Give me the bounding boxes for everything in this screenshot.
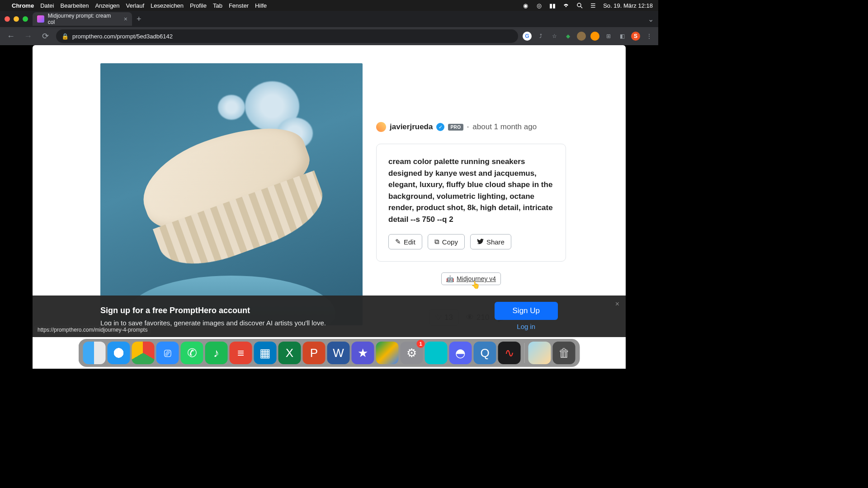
profile-avatar[interactable]: S — [631, 32, 640, 41]
menu-hilfe[interactable]: Hilfe — [255, 2, 267, 9]
robot-icon: 🤖 — [446, 275, 454, 282]
tab-favicon — [37, 15, 44, 23]
share-button[interactable]: Share — [470, 234, 511, 249]
dock-safari[interactable] — [108, 342, 130, 364]
sidepanel-icon[interactable]: ◧ — [618, 32, 627, 41]
dock-spotify[interactable]: ♪ — [205, 342, 228, 364]
wifi-icon[interactable] — [562, 2, 570, 9]
menu-tab[interactable]: Tab — [213, 2, 222, 9]
record-icon[interactable]: ◉ — [522, 2, 529, 9]
window-close-button[interactable] — [5, 16, 10, 22]
dock-separator — [524, 343, 525, 363]
back-button[interactable]: ← — [5, 30, 17, 42]
prompt-actions: ✎ Edit ⧉ Copy Share — [388, 234, 554, 249]
extension-2-icon[interactable] — [577, 32, 586, 41]
menubar-app-name[interactable]: Chrome — [12, 2, 34, 9]
share-label: Share — [486, 238, 505, 246]
dock-powerpoint[interactable]: P — [303, 342, 326, 364]
url-text: prompthero.com/prompt/5ed3adb6142 — [72, 33, 173, 40]
menu-fenster[interactable]: Fenster — [229, 2, 249, 9]
svg-line-1 — [580, 6, 582, 8]
lock-icon: 🔒 — [61, 33, 69, 40]
menu-profile[interactable]: Profile — [190, 2, 207, 9]
model-row: 🤖 Midjourney v4 👆 — [376, 272, 566, 285]
banner-title: Sign up for a free PromptHero account — [100, 306, 326, 315]
dock-preview[interactable] — [528, 342, 551, 364]
google-icon[interactable]: G — [523, 32, 532, 41]
author-avatar[interactable] — [376, 122, 386, 132]
signup-button[interactable]: Sign Up — [495, 302, 558, 320]
spotlight-icon[interactable] — [576, 2, 583, 9]
banner-close-icon[interactable]: × — [615, 300, 619, 308]
verified-icon: ✓ — [436, 123, 444, 131]
dock-app-teal[interactable] — [425, 342, 448, 364]
dock-settings[interactable]: ⚙1 — [401, 342, 423, 364]
copy-label: Copy — [442, 238, 458, 246]
menubar-datetime[interactable]: So. 19. März 12:18 — [603, 2, 653, 9]
author-row: javierjrueda ✓ PRO · about 1 month ago — [376, 122, 566, 132]
dock-zoom[interactable]: ⎚ — [156, 342, 179, 364]
menu-verlauf[interactable]: Verlauf — [126, 2, 144, 9]
login-link[interactable]: Log in — [517, 323, 535, 330]
dock-word[interactable]: W — [327, 342, 350, 364]
prompt-image[interactable] — [100, 63, 363, 325]
dock-excel[interactable]: X — [278, 342, 301, 364]
dock-todoist[interactable]: ≡ — [230, 342, 252, 364]
screen-record-icon[interactable]: ◎ — [535, 2, 542, 9]
dock-imovie[interactable]: ★ — [352, 342, 374, 364]
extension-shield-icon[interactable]: ◆ — [563, 32, 572, 41]
menu-bearbeiten[interactable]: Bearbeiten — [60, 2, 89, 9]
cloud-shape — [218, 95, 245, 120]
dock-chrome[interactable] — [132, 342, 155, 364]
extensions-puzzle-icon[interactable]: ⊞ — [604, 32, 613, 41]
copy-icon: ⧉ — [434, 238, 439, 246]
menu-anzeigen[interactable]: Anzeigen — [95, 2, 119, 9]
tab-title: Midjourney prompt: cream col — [48, 13, 118, 25]
dock-trash[interactable]: 🗑 — [553, 342, 576, 364]
forward-button[interactable]: → — [22, 30, 34, 42]
chrome-toolbar: ← → ⟳ 🔒 prompthero.com/prompt/5ed3adb614… — [0, 27, 658, 45]
tab-close-icon[interactable]: × — [124, 15, 127, 23]
tab-overflow-icon[interactable]: ⌄ — [648, 15, 654, 23]
twitter-icon — [477, 238, 484, 246]
author-name[interactable]: javierjrueda — [390, 122, 433, 131]
dock-quicktime[interactable]: Q — [474, 342, 496, 364]
control-center-icon[interactable]: ☰ — [590, 2, 597, 9]
menu-lesezeichen[interactable]: Lesezeichen — [151, 2, 184, 9]
dock-drive[interactable] — [376, 342, 399, 364]
macos-dock: ⎚ ✆ ♪ ≡ ▦ X P W ★ ⚙1 ◓ Q ∿ 🗑 — [79, 339, 580, 367]
copy-button[interactable]: ⧉ Copy — [428, 234, 465, 249]
prompt-card: cream color palette running sneakers des… — [376, 144, 566, 262]
browser-tab[interactable]: Midjourney prompt: cream col × — [33, 12, 132, 26]
chrome-tab-strip: Midjourney prompt: cream col × + ⌄ — [0, 11, 658, 27]
pencil-icon: ✎ — [395, 238, 401, 246]
cursor-icon: 👆 — [471, 281, 480, 289]
separator: · — [467, 122, 469, 131]
login-label: Log in — [517, 323, 535, 330]
address-bar[interactable]: 🔒 prompthero.com/prompt/5ed3adb6142 — [56, 29, 518, 43]
settings-badge: 1 — [417, 340, 425, 348]
new-tab-button[interactable]: + — [137, 14, 142, 24]
share-icon[interactable]: ⤴ — [536, 32, 545, 41]
chrome-menu-icon[interactable]: ⋮ — [645, 32, 654, 41]
edit-label: Edit — [404, 238, 415, 246]
hover-status-link: https://prompthero.com/midjourney-4-prom… — [34, 325, 151, 334]
dock-voicememos[interactable]: ∿ — [498, 342, 521, 364]
signup-label: Sign Up — [513, 306, 540, 315]
window-maximize-button[interactable] — [23, 16, 28, 22]
edit-button[interactable]: ✎ Edit — [388, 234, 422, 249]
dock-discord[interactable]: ◓ — [449, 342, 472, 364]
dock-whatsapp[interactable]: ✆ — [181, 342, 203, 364]
viewport: javierjrueda ✓ PRO · about 1 month ago c… — [0, 45, 658, 369]
battery-icon[interactable]: ▮▮ — [549, 2, 556, 9]
pro-badge: PRO — [448, 124, 463, 131]
reload-button[interactable]: ⟳ — [39, 30, 52, 42]
menu-datei[interactable]: Datei — [40, 2, 54, 9]
window-minimize-button[interactable] — [14, 16, 19, 22]
macos-menubar: Chrome Datei Bearbeiten Anzeigen Verlauf… — [0, 0, 658, 11]
dock-finder[interactable] — [83, 342, 106, 364]
bookmark-star-icon[interactable]: ☆ — [550, 32, 559, 41]
extension-3-icon[interactable] — [590, 32, 599, 41]
prompt-text: cream color palette running sneakers des… — [388, 156, 554, 225]
dock-trello[interactable]: ▦ — [254, 342, 277, 364]
